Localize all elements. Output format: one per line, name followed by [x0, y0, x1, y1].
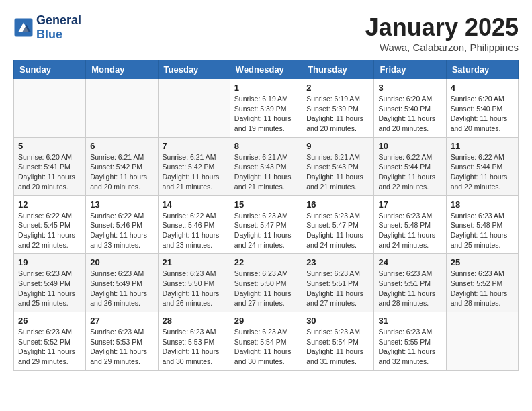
calendar-cell: 16Sunrise: 6:23 AM Sunset: 5:47 PM Dayli… — [302, 195, 374, 254]
calendar-cell: 30Sunrise: 6:23 AM Sunset: 5:54 PM Dayli… — [302, 312, 374, 371]
calendar-week-1: 1Sunrise: 6:19 AM Sunset: 5:39 PM Daylig… — [14, 79, 519, 138]
calendar-cell: 15Sunrise: 6:23 AM Sunset: 5:47 PM Dayli… — [230, 195, 302, 254]
day-number: 25 — [451, 257, 514, 267]
calendar-cell: 21Sunrise: 6:23 AM Sunset: 5:50 PM Dayli… — [158, 254, 230, 312]
day-info: Sunrise: 6:23 AM Sunset: 5:48 PM Dayligh… — [378, 211, 441, 250]
weekday-header-sunday: Sunday — [14, 60, 86, 79]
calendar-week-2: 5Sunrise: 6:20 AM Sunset: 5:41 PM Daylig… — [14, 137, 519, 195]
logo-line1: General — [36, 13, 81, 28]
calendar-cell: 28Sunrise: 6:23 AM Sunset: 5:53 PM Dayli… — [158, 312, 230, 371]
location-subtitle: Wawa, Calabarzon, Philippines — [365, 42, 519, 53]
calendar-cell: 27Sunrise: 6:23 AM Sunset: 5:53 PM Dayli… — [86, 312, 158, 371]
calendar-cell: 3Sunrise: 6:20 AM Sunset: 5:40 PM Daylig… — [374, 79, 446, 138]
calendar-cell: 17Sunrise: 6:23 AM Sunset: 5:48 PM Dayli… — [374, 195, 446, 254]
calendar-table: SundayMondayTuesdayWednesdayThursdayFrid… — [13, 60, 519, 371]
day-info: Sunrise: 6:23 AM Sunset: 5:51 PM Dayligh… — [306, 269, 369, 308]
day-info: Sunrise: 6:23 AM Sunset: 5:54 PM Dayligh… — [234, 327, 298, 367]
calendar-cell: 11Sunrise: 6:22 AM Sunset: 5:44 PM Dayli… — [446, 137, 518, 195]
calendar-week-3: 12Sunrise: 6:22 AM Sunset: 5:45 PM Dayli… — [14, 195, 519, 254]
calendar-cell: 6Sunrise: 6:21 AM Sunset: 5:42 PM Daylig… — [86, 137, 158, 195]
day-number: 31 — [378, 316, 441, 326]
calendar-cell: 12Sunrise: 6:22 AM Sunset: 5:45 PM Dayli… — [14, 195, 86, 254]
logo-line2: Blue — [36, 28, 81, 42]
calendar-cell: 1Sunrise: 6:19 AM Sunset: 5:39 PM Daylig… — [230, 79, 302, 138]
day-number: 5 — [18, 141, 81, 151]
calendar-cell: 2Sunrise: 6:19 AM Sunset: 5:39 PM Daylig… — [302, 79, 374, 138]
calendar-cell: 18Sunrise: 6:23 AM Sunset: 5:48 PM Dayli… — [446, 195, 518, 254]
day-info: Sunrise: 6:23 AM Sunset: 5:47 PM Dayligh… — [306, 211, 369, 250]
weekday-header-tuesday: Tuesday — [158, 60, 230, 79]
day-info: Sunrise: 6:21 AM Sunset: 5:43 PM Dayligh… — [234, 152, 298, 192]
weekday-header-thursday: Thursday — [302, 60, 374, 79]
day-number: 18 — [451, 199, 514, 210]
calendar-cell: 14Sunrise: 6:22 AM Sunset: 5:46 PM Dayli… — [158, 195, 230, 254]
day-info: Sunrise: 6:23 AM Sunset: 5:51 PM Dayligh… — [378, 269, 441, 308]
logo: General Blue — [13, 13, 81, 42]
title-block: January 2025 Wawa, Calabarzon, Philippin… — [365, 13, 519, 53]
calendar-cell: 5Sunrise: 6:20 AM Sunset: 5:41 PM Daylig… — [14, 137, 86, 195]
day-info: Sunrise: 6:23 AM Sunset: 5:53 PM Dayligh… — [90, 327, 153, 367]
calendar-week-4: 19Sunrise: 6:23 AM Sunset: 5:49 PM Dayli… — [14, 254, 519, 312]
calendar-cell: 26Sunrise: 6:23 AM Sunset: 5:52 PM Dayli… — [14, 312, 86, 371]
day-info: Sunrise: 6:21 AM Sunset: 5:43 PM Dayligh… — [306, 152, 369, 192]
day-number: 4 — [451, 83, 514, 93]
calendar-cell: 8Sunrise: 6:21 AM Sunset: 5:43 PM Daylig… — [230, 137, 302, 195]
weekday-header-monday: Monday — [86, 60, 158, 79]
day-number: 9 — [306, 141, 369, 151]
day-info: Sunrise: 6:22 AM Sunset: 5:46 PM Dayligh… — [163, 211, 226, 250]
day-number: 27 — [90, 316, 153, 326]
calendar-cell — [158, 79, 230, 138]
day-info: Sunrise: 6:19 AM Sunset: 5:39 PM Dayligh… — [306, 94, 369, 134]
calendar-cell: 19Sunrise: 6:23 AM Sunset: 5:49 PM Dayli… — [14, 254, 86, 312]
day-number: 14 — [163, 199, 226, 210]
calendar-cell: 10Sunrise: 6:22 AM Sunset: 5:44 PM Dayli… — [374, 137, 446, 195]
day-info: Sunrise: 6:23 AM Sunset: 5:49 PM Dayligh… — [90, 269, 153, 308]
day-info: Sunrise: 6:21 AM Sunset: 5:42 PM Dayligh… — [90, 152, 153, 192]
day-info: Sunrise: 6:22 AM Sunset: 5:45 PM Dayligh… — [18, 211, 81, 250]
day-number: 26 — [18, 316, 81, 326]
day-number: 29 — [234, 316, 298, 326]
weekday-header-wednesday: Wednesday — [230, 60, 302, 79]
day-number: 1 — [234, 83, 298, 93]
calendar-cell: 20Sunrise: 6:23 AM Sunset: 5:49 PM Dayli… — [86, 254, 158, 312]
day-info: Sunrise: 6:22 AM Sunset: 5:46 PM Dayligh… — [90, 211, 153, 250]
day-number: 7 — [163, 141, 226, 151]
day-info: Sunrise: 6:23 AM Sunset: 5:50 PM Dayligh… — [163, 269, 226, 308]
day-info: Sunrise: 6:20 AM Sunset: 5:40 PM Dayligh… — [451, 94, 514, 134]
day-number: 30 — [306, 316, 369, 326]
day-info: Sunrise: 6:21 AM Sunset: 5:42 PM Dayligh… — [163, 152, 226, 192]
day-info: Sunrise: 6:23 AM Sunset: 5:53 PM Dayligh… — [163, 327, 226, 367]
day-number: 22 — [234, 257, 298, 267]
calendar-cell: 31Sunrise: 6:23 AM Sunset: 5:55 PM Dayli… — [374, 312, 446, 371]
day-number: 28 — [163, 316, 226, 326]
month-title: January 2025 — [365, 13, 519, 42]
day-number: 3 — [378, 83, 441, 93]
calendar-cell: 7Sunrise: 6:21 AM Sunset: 5:42 PM Daylig… — [158, 137, 230, 195]
calendar-cell: 13Sunrise: 6:22 AM Sunset: 5:46 PM Dayli… — [86, 195, 158, 254]
calendar-cell: 23Sunrise: 6:23 AM Sunset: 5:51 PM Dayli… — [302, 254, 374, 312]
day-info: Sunrise: 6:23 AM Sunset: 5:50 PM Dayligh… — [234, 269, 298, 308]
day-info: Sunrise: 6:23 AM Sunset: 5:55 PM Dayligh… — [378, 327, 441, 367]
day-info: Sunrise: 6:19 AM Sunset: 5:39 PM Dayligh… — [234, 94, 298, 134]
day-number: 15 — [234, 199, 298, 210]
day-number: 8 — [234, 141, 298, 151]
day-number: 17 — [378, 199, 441, 210]
day-number: 23 — [306, 257, 369, 267]
day-info: Sunrise: 6:23 AM Sunset: 5:52 PM Dayligh… — [18, 327, 81, 367]
day-info: Sunrise: 6:20 AM Sunset: 5:40 PM Dayligh… — [378, 94, 441, 134]
day-info: Sunrise: 6:22 AM Sunset: 5:44 PM Dayligh… — [378, 152, 441, 192]
calendar-cell: 24Sunrise: 6:23 AM Sunset: 5:51 PM Dayli… — [374, 254, 446, 312]
calendar-cell — [446, 312, 518, 371]
day-info: Sunrise: 6:20 AM Sunset: 5:41 PM Dayligh… — [18, 152, 81, 192]
calendar-week-5: 26Sunrise: 6:23 AM Sunset: 5:52 PM Dayli… — [14, 312, 519, 371]
calendar-cell: 29Sunrise: 6:23 AM Sunset: 5:54 PM Dayli… — [230, 312, 302, 371]
calendar-header-row: SundayMondayTuesdayWednesdayThursdayFrid… — [14, 60, 519, 79]
day-info: Sunrise: 6:23 AM Sunset: 5:47 PM Dayligh… — [234, 211, 298, 250]
day-number: 10 — [378, 141, 441, 151]
calendar-cell: 25Sunrise: 6:23 AM Sunset: 5:52 PM Dayli… — [446, 254, 518, 312]
day-number: 11 — [451, 141, 514, 151]
calendar-cell — [14, 79, 86, 138]
day-number: 2 — [306, 83, 369, 93]
day-number: 21 — [163, 257, 226, 267]
weekday-header-saturday: Saturday — [446, 60, 518, 79]
